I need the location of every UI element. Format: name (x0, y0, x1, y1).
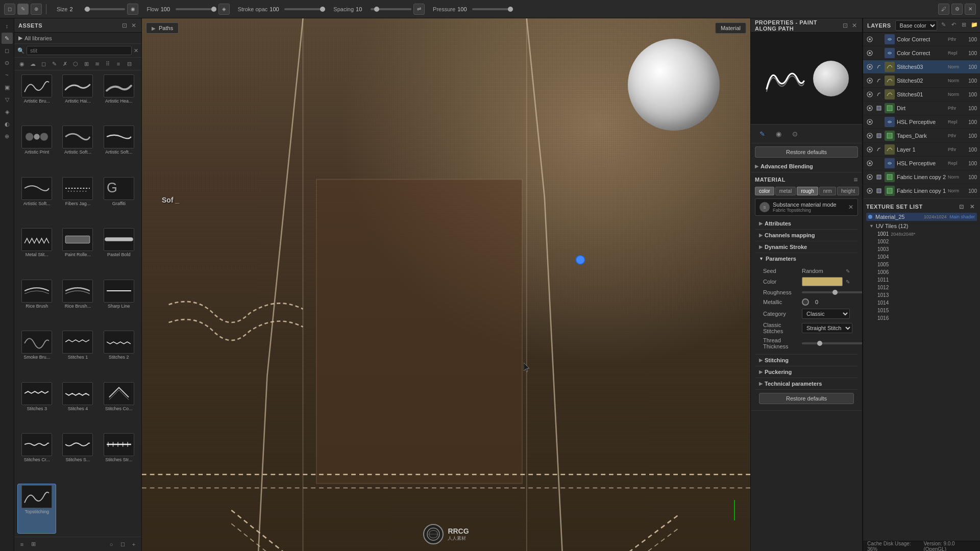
layer-opacity-11[interactable] (963, 188, 977, 194)
layer-vis-4[interactable] (866, 91, 873, 98)
layer-vis-6[interactable] (866, 118, 873, 126)
layer-opacity-5[interactable] (963, 106, 977, 111)
flow-icon[interactable]: ◈ (218, 4, 230, 15)
brush-item-rb2[interactable]: Rice Brush... (58, 279, 97, 328)
filter-dots-icon[interactable]: ⠿ (103, 59, 112, 68)
layer-item-6[interactable]: HSL PerceptiveRepl (863, 115, 980, 129)
restore-defaults-btn2[interactable]: Restore defaults (759, 393, 854, 404)
uv-tile-1011[interactable]: 1011 (869, 276, 974, 284)
tool-eraser[interactable]: ◻ (2, 45, 13, 56)
brush-item-ah2[interactable]: Artistic Hea... (100, 73, 138, 122)
filter-circle-icon[interactable]: ◉ (17, 59, 27, 68)
layer-vis-9[interactable] (866, 160, 873, 167)
filter-x-icon[interactable]: ✗ (60, 59, 69, 68)
bottom-circle-icon[interactable]: ○ (107, 540, 116, 549)
attributes-header[interactable]: ▶ Attributes (755, 218, 858, 229)
brush-item-smb1[interactable]: Smoke Bru... (17, 330, 56, 379)
search-clear-icon[interactable]: ✕ (134, 47, 138, 54)
color-edit-icon[interactable]: ✎ (846, 279, 850, 285)
channel-rough[interactable]: rough (797, 187, 818, 195)
layer-opacity-9[interactable] (963, 161, 977, 166)
layer-vis-8[interactable] (866, 146, 873, 153)
uv-tile-1002[interactable]: 1002 (869, 238, 974, 245)
advanced-blending-header[interactable]: ▶ Advanced Blending (751, 161, 862, 172)
base-color-select[interactable]: Base color (895, 20, 937, 31)
brush-item-ap1[interactable]: Artistic Print (17, 124, 56, 173)
settings-icon[interactable]: ⚙ (951, 4, 963, 15)
assets-close-icon[interactable]: ✕ (130, 21, 137, 30)
assets-expand-icon[interactable]: ⊡ (121, 21, 128, 30)
filter-grid-icon[interactable]: ⊞ (82, 59, 91, 68)
tool-brush[interactable]: ✎ (2, 33, 13, 44)
layer-opacity-0[interactable] (963, 37, 977, 42)
bottom-grid-icon[interactable]: ⊞ (29, 540, 38, 549)
flow-slider[interactable] (176, 8, 216, 10)
color-swatch[interactable] (802, 277, 843, 286)
layer-opacity-7[interactable] (963, 133, 977, 139)
ts-close-icon[interactable]: ✕ (968, 202, 977, 211)
breadcrumb-label[interactable]: All libraries (24, 35, 52, 41)
brush-item-as3[interactable]: Artistic Soft... (17, 176, 56, 225)
layer-vis-10[interactable] (866, 173, 873, 181)
properties-close-icon[interactable]: ✕ (851, 21, 858, 30)
uv-tile-1016[interactable]: 1016 (869, 314, 974, 322)
tool-mask[interactable]: ◈ (2, 106, 13, 117)
uv-tile-1003[interactable]: 1003 (869, 245, 974, 253)
brush-item-stc1[interactable]: Stitches Co... (100, 381, 138, 430)
search-input[interactable] (27, 46, 132, 55)
brush-item-rb1[interactable]: Rice Brush (17, 279, 56, 328)
substance-close-icon[interactable]: ✕ (848, 204, 853, 211)
puckering-header[interactable]: ▶ Puckering (755, 366, 858, 378)
uv-tile-1006[interactable]: 1006 (869, 268, 974, 276)
layer-item-7[interactable]: Tapes_DarkPthr (863, 129, 980, 143)
layer-opacity-6[interactable] (963, 119, 977, 125)
spacing-icon[interactable]: ⇌ (413, 4, 425, 15)
tool-clone[interactable]: ⊙ (2, 57, 13, 68)
ts-expand-icon[interactable]: ⊡ (957, 202, 966, 211)
pen-icon[interactable]: 🖊 (938, 4, 949, 15)
spacing-slider[interactable] (371, 8, 411, 10)
stroke-opacity-slider[interactable] (284, 8, 325, 10)
uv-tile-1014[interactable]: 1014 (869, 299, 974, 307)
brush-item-st3[interactable]: Stitches 3 (17, 381, 56, 430)
layer-item-11[interactable]: Fabric Linen copy 1Norm (863, 184, 980, 198)
tool-color[interactable]: ◐ (2, 118, 13, 130)
channel-nrm[interactable]: nrm (819, 187, 836, 195)
bottom-plus-icon[interactable]: + (129, 540, 138, 549)
channel-color[interactable]: color (755, 187, 774, 195)
brush-item-pr1[interactable]: Paint Rolle... (58, 227, 97, 276)
size-slider[interactable] (84, 8, 125, 10)
layer-item-9[interactable]: HSL PerceptiveRepl (863, 157, 980, 170)
bottom-square-icon[interactable]: ◻ (118, 540, 127, 549)
layer-folder-icon[interactable]: 📁 (970, 20, 979, 30)
brush-item-ststr1[interactable]: Stitches Str... (100, 432, 138, 481)
brush-item-sl1[interactable]: Sharp Line (100, 279, 138, 328)
material-settings-icon[interactable]: ≡ (853, 176, 858, 184)
layer-item-1[interactable]: Color CorrectRepl (863, 46, 980, 60)
prop-sphere-icon[interactable]: ◉ (772, 128, 785, 140)
uv-header[interactable]: ▼ UV Tiles (12) (869, 222, 974, 230)
category-select[interactable]: Classic (802, 309, 850, 319)
tool-measure[interactable]: ⊕ (2, 131, 13, 142)
layer-item-3[interactable]: Stitches02Norm (863, 74, 980, 88)
layer-opacity-3[interactable] (963, 78, 977, 84)
filter-square-icon[interactable]: ◻ (39, 59, 48, 68)
dynamic-stroke-header[interactable]: ▶ Dynamic Stroke (755, 241, 858, 253)
brush-item-tops1[interactable]: Topstitching (17, 484, 56, 534)
channel-height[interactable]: height (837, 187, 859, 195)
prop-paint-icon[interactable]: ✎ (756, 128, 768, 140)
brush-item-stcr1[interactable]: Stitches Cr... (17, 432, 56, 481)
layer-vis-5[interactable] (866, 105, 873, 112)
brush-item-st2[interactable]: Stitches 2 (100, 330, 138, 379)
seed-edit-icon[interactable]: ✎ (846, 268, 850, 274)
layer-opacity-8[interactable] (963, 147, 977, 153)
pressure-slider[interactable] (472, 8, 513, 10)
layer-vis-7[interactable] (866, 132, 873, 139)
tool-fill[interactable]: ▣ (2, 82, 13, 93)
layer-item-5[interactable]: DirtPthr (863, 102, 980, 115)
size-icon[interactable]: ◉ (127, 4, 138, 15)
active-material[interactable]: Material_25 1024x1024 Main shader (866, 213, 977, 221)
filter-list-icon[interactable]: ≡ (114, 59, 123, 68)
brush-item-st1[interactable]: Stitches 1 (58, 330, 97, 379)
layer-paint-icon[interactable]: ✎ (939, 20, 948, 30)
